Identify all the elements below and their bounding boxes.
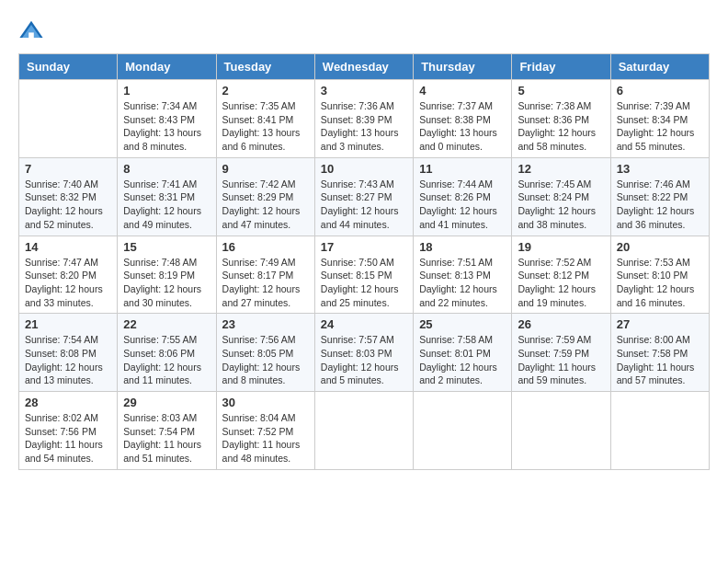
day-cell: 13Sunrise: 7:46 AMSunset: 8:22 PMDayligh… — [610, 157, 709, 236]
svg-rect-2 — [28, 32, 34, 38]
day-cell — [512, 392, 610, 470]
day-info: Sunrise: 7:52 AMSunset: 8:12 PMDaylight:… — [518, 256, 604, 310]
day-info: Sunrise: 7:35 AMSunset: 8:41 PMDaylight:… — [222, 99, 309, 154]
day-number: 17 — [321, 240, 407, 254]
day-info: Sunrise: 7:39 AMSunset: 8:34 PMDaylight:… — [617, 99, 703, 154]
day-cell: 19Sunrise: 7:52 AMSunset: 8:12 PMDayligh… — [512, 236, 610, 314]
day-number: 22 — [123, 317, 210, 331]
day-info: Sunrise: 7:47 AMSunset: 8:20 PMDaylight:… — [25, 256, 111, 310]
day-number: 24 — [321, 317, 407, 331]
day-info: Sunrise: 7:54 AMSunset: 8:08 PMDaylight:… — [25, 333, 111, 387]
day-number: 2 — [222, 84, 309, 98]
day-info: Sunrise: 7:57 AMSunset: 8:03 PMDaylight:… — [321, 333, 407, 387]
day-number: 10 — [321, 162, 407, 176]
day-info: Sunrise: 7:59 AMSunset: 7:59 PMDaylight:… — [518, 333, 604, 387]
day-cell — [414, 392, 512, 470]
day-info: Sunrise: 7:36 AMSunset: 8:39 PMDaylight:… — [321, 99, 407, 154]
col-header-wednesday: Wednesday — [314, 54, 413, 80]
day-info: Sunrise: 7:56 AMSunset: 8:05 PMDaylight:… — [222, 333, 309, 387]
day-number: 8 — [123, 162, 210, 176]
day-info: Sunrise: 7:34 AMSunset: 8:43 PMDaylight:… — [123, 99, 210, 154]
day-info: Sunrise: 7:42 AMSunset: 8:29 PMDaylight:… — [222, 178, 309, 232]
day-cell: 16Sunrise: 7:49 AMSunset: 8:17 PMDayligh… — [216, 236, 314, 314]
col-header-thursday: Thursday — [414, 54, 512, 80]
day-info: Sunrise: 7:43 AMSunset: 8:27 PMDaylight:… — [321, 178, 407, 232]
day-info: Sunrise: 7:49 AMSunset: 8:17 PMDaylight:… — [222, 256, 309, 310]
day-cell: 25Sunrise: 7:58 AMSunset: 8:01 PMDayligh… — [414, 314, 512, 392]
day-info: Sunrise: 7:55 AMSunset: 8:06 PMDaylight:… — [123, 333, 210, 387]
day-info: Sunrise: 7:44 AMSunset: 8:26 PMDaylight:… — [419, 178, 506, 232]
day-number: 27 — [617, 317, 703, 331]
day-number: 29 — [123, 396, 210, 409]
day-cell: 26Sunrise: 7:59 AMSunset: 7:59 PMDayligh… — [512, 314, 610, 392]
day-cell: 8Sunrise: 7:41 AMSunset: 8:31 PMDaylight… — [118, 157, 216, 236]
day-number: 21 — [25, 317, 111, 331]
day-number: 25 — [419, 317, 506, 331]
day-number: 23 — [222, 317, 309, 331]
day-number: 30 — [222, 396, 309, 409]
day-number: 7 — [25, 162, 111, 176]
day-info: Sunrise: 7:51 AMSunset: 8:13 PMDaylight:… — [419, 256, 506, 310]
day-info: Sunrise: 7:45 AMSunset: 8:24 PMDaylight:… — [518, 178, 604, 232]
week-row-5: 28Sunrise: 8:02 AMSunset: 7:56 PMDayligh… — [19, 392, 710, 470]
day-cell: 18Sunrise: 7:51 AMSunset: 8:13 PMDayligh… — [414, 236, 512, 314]
day-cell — [610, 392, 709, 470]
day-number: 28 — [25, 396, 111, 409]
day-number: 9 — [222, 162, 309, 176]
day-cell: 21Sunrise: 7:54 AMSunset: 8:08 PMDayligh… — [19, 314, 118, 392]
day-cell: 7Sunrise: 7:40 AMSunset: 8:32 PMDaylight… — [19, 157, 118, 236]
day-cell: 9Sunrise: 7:42 AMSunset: 8:29 PMDaylight… — [216, 157, 314, 236]
day-number: 1 — [123, 84, 210, 98]
day-info: Sunrise: 8:03 AMSunset: 7:54 PMDaylight:… — [123, 411, 210, 465]
day-info: Sunrise: 7:38 AMSunset: 8:36 PMDaylight:… — [518, 99, 604, 154]
day-number: 26 — [518, 317, 604, 331]
day-number: 14 — [25, 240, 111, 254]
logo-icon — [18, 18, 44, 44]
day-info: Sunrise: 7:37 AMSunset: 8:38 PMDaylight:… — [419, 99, 506, 154]
col-header-tuesday: Tuesday — [216, 54, 314, 80]
day-cell: 22Sunrise: 7:55 AMSunset: 8:06 PMDayligh… — [118, 314, 216, 392]
day-cell: 1Sunrise: 7:34 AMSunset: 8:43 PMDaylight… — [118, 80, 216, 158]
day-number: 11 — [419, 162, 506, 176]
day-cell: 3Sunrise: 7:36 AMSunset: 8:39 PMDaylight… — [314, 80, 413, 158]
calendar-header-row: SundayMondayTuesdayWednesdayThursdayFrid… — [19, 54, 710, 80]
day-info: Sunrise: 7:40 AMSunset: 8:32 PMDaylight:… — [25, 178, 111, 232]
day-cell: 4Sunrise: 7:37 AMSunset: 8:38 PMDaylight… — [414, 80, 512, 158]
col-header-sunday: Sunday — [19, 54, 118, 80]
day-cell: 29Sunrise: 8:03 AMSunset: 7:54 PMDayligh… — [118, 392, 216, 470]
day-number: 5 — [518, 84, 604, 98]
day-info: Sunrise: 8:02 AMSunset: 7:56 PMDaylight:… — [25, 411, 111, 465]
day-number: 6 — [617, 84, 703, 98]
week-row-1: 1Sunrise: 7:34 AMSunset: 8:43 PMDaylight… — [19, 80, 710, 158]
logo — [18, 18, 48, 44]
day-cell: 30Sunrise: 8:04 AMSunset: 7:52 PMDayligh… — [216, 392, 314, 470]
day-cell: 5Sunrise: 7:38 AMSunset: 8:36 PMDaylight… — [512, 80, 610, 158]
day-number: 19 — [518, 240, 604, 254]
day-cell: 23Sunrise: 7:56 AMSunset: 8:05 PMDayligh… — [216, 314, 314, 392]
page-header — [18, 18, 710, 44]
day-cell: 2Sunrise: 7:35 AMSunset: 8:41 PMDaylight… — [216, 80, 314, 158]
day-cell: 20Sunrise: 7:53 AMSunset: 8:10 PMDayligh… — [610, 236, 709, 314]
calendar: SundayMondayTuesdayWednesdayThursdayFrid… — [18, 53, 710, 470]
day-cell: 27Sunrise: 8:00 AMSunset: 7:58 PMDayligh… — [610, 314, 709, 392]
day-cell: 6Sunrise: 7:39 AMSunset: 8:34 PMDaylight… — [610, 80, 709, 158]
week-row-2: 7Sunrise: 7:40 AMSunset: 8:32 PMDaylight… — [19, 157, 710, 236]
day-number: 20 — [617, 240, 703, 254]
day-cell — [19, 80, 118, 158]
day-cell: 17Sunrise: 7:50 AMSunset: 8:15 PMDayligh… — [314, 236, 413, 314]
day-cell: 11Sunrise: 7:44 AMSunset: 8:26 PMDayligh… — [414, 157, 512, 236]
day-info: Sunrise: 7:41 AMSunset: 8:31 PMDaylight:… — [123, 178, 210, 232]
week-row-4: 21Sunrise: 7:54 AMSunset: 8:08 PMDayligh… — [19, 314, 710, 392]
col-header-saturday: Saturday — [610, 54, 709, 80]
col-header-monday: Monday — [118, 54, 216, 80]
day-number: 13 — [617, 162, 703, 176]
day-info: Sunrise: 8:04 AMSunset: 7:52 PMDaylight:… — [222, 411, 309, 465]
day-cell: 15Sunrise: 7:48 AMSunset: 8:19 PMDayligh… — [118, 236, 216, 314]
day-info: Sunrise: 7:53 AMSunset: 8:10 PMDaylight:… — [617, 256, 703, 310]
week-row-3: 14Sunrise: 7:47 AMSunset: 8:20 PMDayligh… — [19, 236, 710, 314]
day-cell: 14Sunrise: 7:47 AMSunset: 8:20 PMDayligh… — [19, 236, 118, 314]
col-header-friday: Friday — [512, 54, 610, 80]
day-number: 15 — [123, 240, 210, 254]
day-number: 4 — [419, 84, 506, 98]
day-cell — [314, 392, 413, 470]
